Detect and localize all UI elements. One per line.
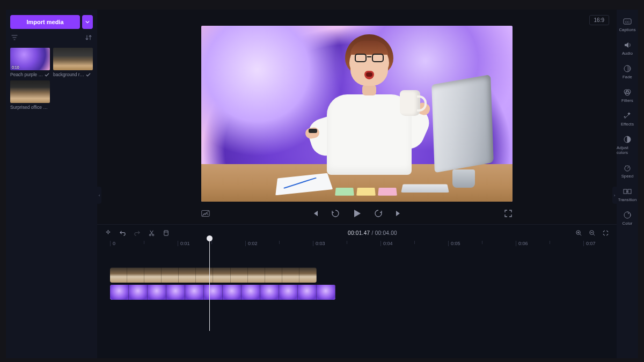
ruler-major-tick: 0:01 [178, 241, 190, 246]
media-thumbnail[interactable]: Surprised office … [10, 80, 50, 110]
thumbnail-image [53, 48, 93, 70]
prop-adjust[interactable]: Adjust colors [617, 135, 638, 155]
thumbnail-label: Peach purple … [10, 72, 43, 77]
import-media-button[interactable]: Import media [10, 15, 80, 29]
check-icon [45, 72, 49, 77]
media-tool-row [10, 34, 93, 42]
prop-filters[interactable]: Filters [617, 88, 638, 103]
ruler-minor-tick [211, 241, 212, 244]
prop-effects[interactable]: Effects [617, 112, 638, 127]
speed-icon [623, 164, 632, 172]
clip-frame [166, 285, 185, 300]
ruler-minor-tick [482, 241, 482, 244]
clip-frame [213, 268, 230, 283]
prop-speed[interactable]: Speed [617, 164, 638, 179]
play-button[interactable] [352, 208, 362, 219]
prop-transition[interactable]: Transition [617, 187, 638, 202]
clip-frame [162, 268, 179, 283]
sort-icon[interactable] [85, 34, 92, 42]
video-editor-app: Import media 0:10 Peach purple … backgro… [6, 10, 638, 358]
ruler-major-tick: 0:07 [583, 241, 596, 246]
aspect-ratio-selector[interactable]: 16:9 [589, 15, 609, 25]
timeline-ruler[interactable]: 00:010:020:030:040:050:060:07 [110, 241, 604, 254]
import-media-dropdown[interactable] [82, 15, 93, 29]
clip-frame [317, 285, 335, 300]
color-icon [623, 211, 632, 219]
media-thumbnail-grid: 0:10 Peach purple … background r… Surpri… [10, 48, 93, 110]
split-button[interactable] [148, 230, 155, 237]
thumbnail-label: background r… [53, 72, 84, 77]
clip-frame [148, 285, 166, 300]
prop-color[interactable]: Color [617, 211, 638, 226]
ruler-major-tick: 0:06 [516, 241, 528, 246]
playhead[interactable] [209, 240, 210, 331]
step-back-button[interactable] [331, 209, 340, 218]
prop-label: Color [623, 221, 633, 226]
magic-button[interactable] [105, 230, 112, 237]
thumbnail-label: Surprised office … [10, 105, 48, 110]
ruler-major-tick: 0:03 [313, 241, 325, 246]
chevron-down-icon [85, 20, 90, 24]
timeline-clip[interactable] [110, 285, 335, 300]
timeline-clip[interactable] [110, 268, 317, 283]
fullscreen-button[interactable] [504, 209, 513, 218]
clip-frame [298, 285, 317, 300]
ruler-minor-tick [414, 241, 415, 244]
media-panel: Import media 0:10 Peach purple … backgro… [6, 10, 97, 358]
prop-captions[interactable]: CCCaptions [617, 17, 638, 32]
redo-button[interactable] [134, 230, 141, 237]
prop-label: Adjust colors [617, 145, 638, 155]
skip-end-button[interactable] [394, 209, 403, 218]
preview-mug [400, 90, 420, 116]
clip-frame [185, 285, 204, 300]
thumbnail-image: 0:10 [10, 48, 50, 70]
clip-frame [179, 268, 196, 283]
captions-icon: CC [623, 17, 632, 26]
clip-frame [110, 268, 127, 283]
adjust-icon [623, 135, 632, 144]
clip-frame [127, 268, 144, 283]
clip-frame [241, 285, 260, 300]
collapse-properties-rail-button[interactable]: › [612, 187, 617, 204]
prop-audio[interactable]: Audio [617, 41, 638, 56]
clip-frame [223, 285, 241, 300]
zoom-in-button[interactable] [575, 230, 582, 237]
prop-label: Fade [623, 75, 632, 79]
zoom-fit-button[interactable] [602, 230, 609, 237]
clip-frame [231, 268, 248, 283]
timeline-timecode: 00:01.47 / 00:04.00 [348, 230, 397, 236]
filters-icon [623, 88, 632, 97]
step-forward-button[interactable] [374, 209, 383, 218]
thumbnail-duration: 0:10 [12, 65, 19, 69]
prop-label: Filters [621, 98, 633, 103]
preview-zone: 16:9 ⌄ [97, 10, 617, 224]
clip-frame [279, 285, 298, 300]
media-thumbnail[interactable]: background r… [53, 48, 93, 77]
prop-fade[interactable]: Fade [617, 64, 638, 79]
ruler-major-tick: 0:05 [448, 241, 460, 246]
prop-label: Audio [622, 51, 633, 56]
timeline-toolbar: 00:01.47 / 00:04.00 [97, 225, 617, 241]
svg-rect-4 [164, 230, 168, 235]
clip-frame [260, 285, 279, 300]
zoom-out-button[interactable] [589, 230, 596, 237]
skip-start-button[interactable] [311, 209, 319, 218]
properties-rail: CCCaptionsAudioFadeFiltersEffectsAdjust … [617, 10, 638, 358]
media-thumbnail[interactable]: 0:10 Peach purple … [10, 48, 50, 77]
timeline-tracks [110, 268, 604, 300]
clip-frame [299, 268, 317, 283]
preview-canvas[interactable] [201, 26, 513, 202]
ruler-minor-tick [347, 241, 347, 244]
clip-frame [282, 268, 299, 283]
timeline-panel: 00:01.47 / 00:04.00 00:010:020:030:040:0… [97, 224, 617, 358]
center-area: 16:9 ⌄ [97, 10, 617, 358]
thumbnail-image [10, 80, 50, 103]
effects-icon [623, 112, 632, 120]
clip-frame [129, 285, 148, 300]
ruler-major-tick: 0 [110, 241, 115, 246]
crop-button[interactable] [163, 230, 170, 237]
remove-background-icon[interactable] [201, 209, 210, 218]
undo-button[interactable] [119, 230, 126, 237]
preview-monitor [433, 79, 503, 187]
filter-icon[interactable] [11, 34, 18, 42]
